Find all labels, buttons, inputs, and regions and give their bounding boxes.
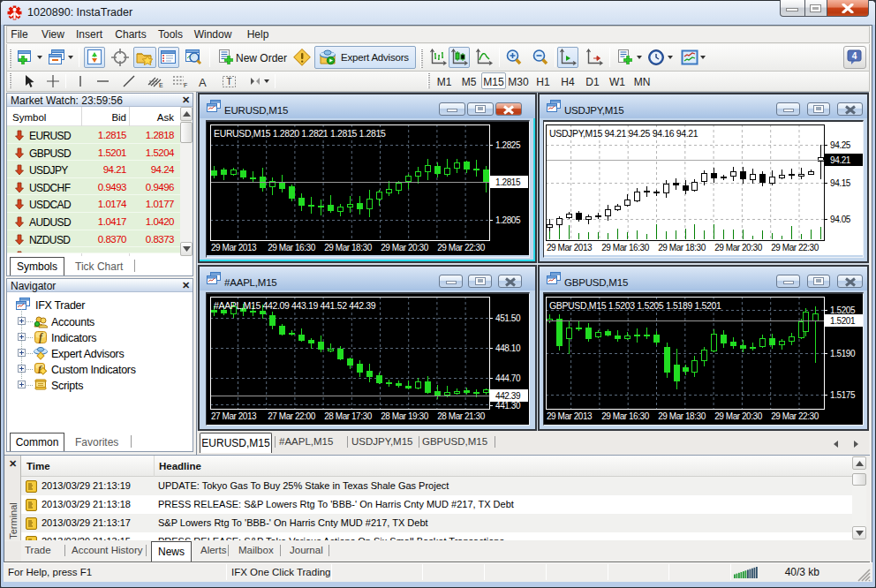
svg-text:EURUSD,M15 1.2820 1.2821 1.28: EURUSD,M15 1.2820 1.2821 1.2815 1.2815 bbox=[214, 128, 386, 139]
svg-text:29 Mar 16:30: 29 Mar 16:30 bbox=[601, 243, 649, 253]
svg-text:28 Mar 19:30: 28 Mar 19:30 bbox=[381, 411, 428, 421]
svg-text:27 Mar 2013: 27 Mar 2013 bbox=[211, 411, 257, 421]
svg-text:94.21: 94.21 bbox=[830, 155, 851, 165]
svg-text:29 Mar 20:30: 29 Mar 20:30 bbox=[714, 243, 762, 253]
svg-text:442.39: 442.39 bbox=[495, 391, 521, 401]
svg-text:29 Mar 2013: 29 Mar 2013 bbox=[547, 243, 593, 253]
svg-text:28 Mar 21:30: 28 Mar 21:30 bbox=[437, 411, 485, 421]
svg-text:29 Mar 22:30: 29 Mar 22:30 bbox=[771, 243, 819, 253]
svg-text:GBPUSD,M15 1.5203 1.5205 1.51: GBPUSD,M15 1.5203 1.5205 1.5189 1.5201 bbox=[549, 300, 721, 311]
svg-text:1.2805: 1.2805 bbox=[495, 215, 521, 225]
svg-text:T: T bbox=[226, 77, 231, 87]
svg-text:1.5201: 1.5201 bbox=[830, 316, 856, 326]
svg-text:94.05: 94.05 bbox=[830, 215, 851, 224]
svg-text:29 Mar 22:30: 29 Mar 22:30 bbox=[771, 411, 819, 421]
svg-text:29 Mar 16:30: 29 Mar 16:30 bbox=[601, 411, 649, 421]
svg-text:1.2825: 1.2825 bbox=[495, 140, 521, 150]
svg-text:USDJPY,M15 94.21 94.25 94.16: USDJPY,M15 94.21 94.25 94.16 94.21 bbox=[549, 128, 699, 139]
svg-text:29 Mar 22:30: 29 Mar 22:30 bbox=[437, 243, 485, 253]
svg-text:29 Mar 20:30: 29 Mar 20:30 bbox=[714, 411, 762, 421]
svg-text:1.5190: 1.5190 bbox=[830, 349, 856, 358]
svg-text:29 Mar 2013: 29 Mar 2013 bbox=[547, 411, 593, 421]
svg-text:4: 4 bbox=[852, 51, 857, 61]
svg-text:1.5205: 1.5205 bbox=[830, 305, 856, 315]
svg-text:27 Mar 22:00: 27 Mar 22:00 bbox=[268, 411, 315, 421]
svg-text:441.30: 441.30 bbox=[495, 401, 521, 411]
svg-text:28 Mar 17:30: 28 Mar 17:30 bbox=[324, 411, 372, 421]
svg-text:1.5175: 1.5175 bbox=[830, 390, 856, 400]
svg-text:29 Mar 18:30: 29 Mar 18:30 bbox=[324, 243, 372, 253]
svg-text:451.50: 451.50 bbox=[495, 313, 521, 323]
svg-text:29 Mar 20:30: 29 Mar 20:30 bbox=[381, 243, 428, 253]
svg-text:F: F bbox=[184, 82, 187, 88]
svg-text:448.10: 448.10 bbox=[495, 343, 521, 353]
svg-text:#AAPL,M15 442.09 443.19 441.5: #AAPL,M15 442.09 443.19 441.52 442.39 bbox=[214, 300, 376, 311]
svg-text:444.70: 444.70 bbox=[495, 373, 521, 383]
svg-text:94.25: 94.25 bbox=[830, 140, 851, 150]
svg-text:29 Mar 2013: 29 Mar 2013 bbox=[211, 243, 257, 253]
svg-text:29 Mar 16:30: 29 Mar 16:30 bbox=[268, 243, 315, 253]
svg-text:94.15: 94.15 bbox=[830, 178, 851, 188]
svg-text:29 Mar 18:30: 29 Mar 18:30 bbox=[658, 243, 706, 253]
svg-text:E: E bbox=[159, 82, 163, 88]
svg-text:1.2815: 1.2815 bbox=[495, 177, 521, 187]
svg-text:29 Mar 18:30: 29 Mar 18:30 bbox=[658, 411, 706, 421]
